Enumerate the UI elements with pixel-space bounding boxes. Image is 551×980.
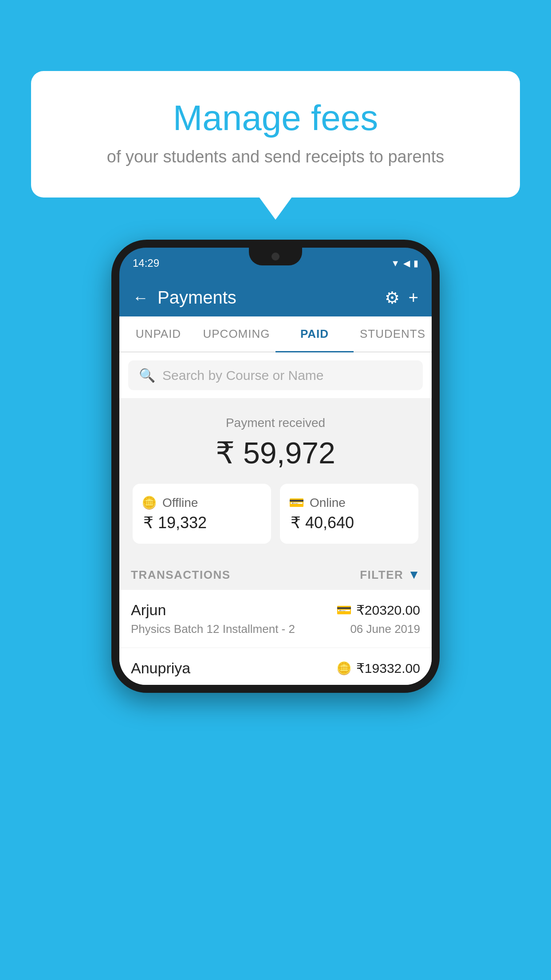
transaction-date: 06 June 2019 <box>350 622 420 636</box>
transaction-name: Anupriya <box>131 660 190 677</box>
battery-icon: ▮ <box>413 258 418 269</box>
bubble-subtitle: of your students and send receipts to pa… <box>67 147 484 166</box>
offline-icon: 🪙 <box>142 495 157 510</box>
tabs-bar: UNPAID UPCOMING PAID STUDENTS <box>119 316 432 352</box>
status-time: 14:29 <box>133 257 159 269</box>
transaction-top: Arjun 💳 ₹20320.00 <box>131 601 420 619</box>
transaction-amount-container: 🪙 ₹19332.00 <box>336 660 420 676</box>
transaction-amount: ₹20320.00 <box>356 602 420 618</box>
phone-outer: 14:29 ▼ ◀ ▮ ← Payments ⚙ + <box>111 240 440 693</box>
search-bar[interactable]: 🔍 Search by Course or Name <box>128 360 423 390</box>
table-row[interactable]: Arjun 💳 ₹20320.00 Physics Batch 12 Insta… <box>119 590 432 648</box>
tab-unpaid[interactable]: UNPAID <box>119 316 197 352</box>
tab-students[interactable]: STUDENTS <box>354 316 432 352</box>
transaction-list: Arjun 💳 ₹20320.00 Physics Batch 12 Insta… <box>119 590 432 685</box>
payment-cards: 🪙 Offline ₹ 19,332 💳 Online ₹ 40,640 <box>133 484 418 544</box>
transaction-bottom: Physics Batch 12 Installment - 2 06 June… <box>131 622 420 636</box>
online-icon: 💳 <box>289 495 304 510</box>
transaction-type-icon: 💳 <box>336 603 352 617</box>
phone-screen: ← Payments ⚙ + UNPAID UPCOMING PAID STUD… <box>119 279 432 685</box>
tab-upcoming[interactable]: UPCOMING <box>197 316 276 352</box>
settings-icon[interactable]: ⚙ <box>385 288 400 308</box>
transaction-amount: ₹19332.00 <box>356 660 420 676</box>
offline-card-header: 🪙 Offline <box>142 495 198 510</box>
filter-icon[interactable]: ▼ <box>408 568 420 582</box>
online-card-header: 💳 Online <box>289 495 346 510</box>
transaction-course: Physics Batch 12 Installment - 2 <box>131 622 295 636</box>
back-button[interactable]: ← <box>133 288 149 307</box>
search-input[interactable]: Search by Course or Name <box>162 368 324 383</box>
offline-amount: ₹ 19,332 <box>142 514 207 532</box>
table-row[interactable]: Anupriya 🪙 ₹19332.00 <box>119 648 432 685</box>
phone-mockup: 14:29 ▼ ◀ ▮ ← Payments ⚙ + <box>111 240 440 693</box>
transactions-header: TRANSACTIONS FILTER ▼ <box>119 557 432 590</box>
online-label: Online <box>310 496 346 510</box>
status-bar: 14:29 ▼ ◀ ▮ <box>119 248 432 279</box>
payment-summary: Payment received ₹ 59,972 🪙 Offline ₹ 19… <box>119 398 432 557</box>
offline-label: Offline <box>162 496 198 510</box>
speech-bubble-container: Manage fees of your students and send re… <box>31 71 520 198</box>
search-container: 🔍 Search by Course or Name <box>119 352 432 398</box>
add-icon[interactable]: + <box>409 288 418 307</box>
transactions-label: TRANSACTIONS <box>131 568 231 582</box>
app-header: ← Payments ⚙ + <box>119 279 432 316</box>
camera-dot <box>272 253 279 261</box>
offline-payment-card: 🪙 Offline ₹ 19,332 <box>133 484 271 544</box>
bubble-title: Manage fees <box>67 98 484 138</box>
page-title: Payments <box>157 288 376 308</box>
payment-received-label: Payment received <box>133 416 418 430</box>
wifi-icon: ▼ <box>391 258 400 269</box>
transaction-amount-container: 💳 ₹20320.00 <box>336 602 420 618</box>
payment-total-amount: ₹ 59,972 <box>133 435 418 470</box>
filter-label: FILTER <box>360 568 403 582</box>
tab-paid[interactable]: PAID <box>276 316 354 352</box>
filter-container[interactable]: FILTER ▼ <box>360 568 420 582</box>
notch <box>249 248 302 265</box>
online-payment-card: 💳 Online ₹ 40,640 <box>280 484 418 544</box>
online-amount: ₹ 40,640 <box>289 514 354 532</box>
header-icons: ⚙ + <box>385 288 418 308</box>
status-icons: ▼ ◀ ▮ <box>391 258 418 269</box>
speech-bubble: Manage fees of your students and send re… <box>31 71 520 198</box>
transaction-type-icon: 🪙 <box>336 661 352 676</box>
transaction-name: Arjun <box>131 601 166 619</box>
transaction-top: Anupriya 🪙 ₹19332.00 <box>131 660 420 677</box>
search-icon: 🔍 <box>139 368 155 383</box>
signal-icon: ◀ <box>403 258 410 269</box>
